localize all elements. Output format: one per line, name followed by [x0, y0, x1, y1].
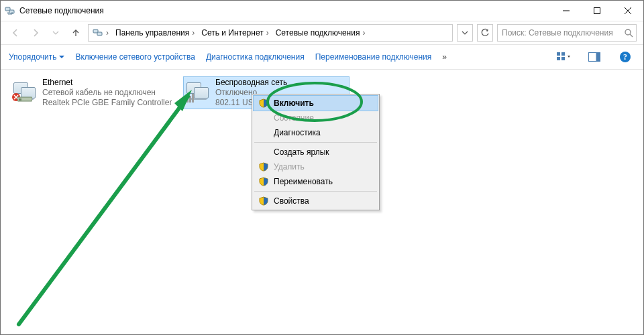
- arrow-up-icon: [70, 27, 81, 38]
- shield-icon: [259, 196, 268, 206]
- organize-label: Упорядочить: [9, 52, 56, 62]
- back-button[interactable]: [7, 25, 23, 41]
- organize-menu[interactable]: Упорядочить: [9, 52, 64, 62]
- context-menu-label: Создать ярлык: [274, 147, 329, 157]
- connection-item-ethernet[interactable]: Ethernet Сетевой кабель не подключен Rea…: [10, 76, 176, 109]
- svg-rect-8: [557, 57, 560, 60]
- help-icon: ?: [619, 51, 631, 63]
- close-icon: [625, 7, 631, 14]
- chevron-right-icon: ›: [192, 28, 195, 38]
- context-menu-item-diagnose[interactable]: Диагностика: [254, 125, 378, 140]
- network-connections-icon: [93, 27, 103, 38]
- context-menu-label: Переименовать: [274, 177, 333, 186]
- context-menu-label: Диагностика: [274, 128, 321, 137]
- context-menu-item-rename[interactable]: Переименовать: [254, 174, 378, 189]
- breadcrumb-label: Сеть и Интернет: [201, 28, 263, 38]
- svg-rect-11: [596, 53, 600, 62]
- titlebar: Сетевые подключения: [1, 1, 643, 21]
- maximize-icon: [594, 7, 600, 14]
- view-thumbnails-icon: [557, 52, 570, 62]
- search-input[interactable]: [500, 27, 624, 38]
- breadcrumb[interactable]: Сетевые подключения ›: [273, 25, 368, 41]
- search-box[interactable]: [497, 24, 637, 42]
- context-menu-label: Удалить: [274, 162, 305, 172]
- context-menu-label: Состояние: [274, 113, 314, 123]
- context-menu-label: Включить: [274, 98, 314, 108]
- context-menu-label: Свойства: [274, 196, 309, 206]
- address-bar[interactable]: › Панель управления › Сеть и Интернет › …: [88, 24, 453, 42]
- context-menu: Включить Состояние Диагностика Создать я…: [252, 94, 380, 210]
- context-menu-item-status: Состояние: [254, 111, 378, 125]
- svg-rect-6: [557, 52, 560, 56]
- close-button[interactable]: [612, 1, 643, 21]
- connection-name: Ethernet: [42, 78, 172, 88]
- svg-rect-2: [594, 8, 600, 14]
- wireless-icon: [184, 78, 211, 105]
- breadcrumb[interactable]: Сеть и Интернет ›: [199, 25, 271, 41]
- breadcrumb-root[interactable]: ›: [90, 25, 111, 41]
- recent-button[interactable]: [48, 25, 64, 41]
- enable-device-command[interactable]: Включение сетевого устройства: [75, 52, 195, 62]
- caret-down-icon: [59, 54, 64, 60]
- context-menu-item-create-shortcut[interactable]: Создать ярлык: [254, 145, 378, 159]
- arrow-right-icon: [30, 27, 41, 38]
- context-menu-separator: [254, 191, 377, 192]
- context-menu-item-delete: Удалить: [254, 159, 378, 174]
- chevron-down-icon: [462, 29, 468, 36]
- shield-icon: [259, 162, 268, 172]
- ethernet-icon: [11, 78, 38, 105]
- enable-device-label: Включение сетевого устройства: [75, 52, 195, 62]
- svg-rect-9: [561, 57, 565, 60]
- connection-status: Сетевой кабель не подключен: [42, 88, 172, 98]
- window-controls: [551, 1, 643, 21]
- rename-command[interactable]: Переименование подключения: [315, 52, 432, 62]
- preview-pane-icon: [588, 52, 600, 62]
- minimize-button[interactable]: [551, 1, 582, 21]
- rename-label: Переименование подключения: [315, 52, 432, 62]
- breadcrumb-label: Панель управления: [115, 28, 189, 38]
- connection-name: Беспроводная сеть: [215, 78, 287, 88]
- context-menu-item-enable[interactable]: Включить: [253, 95, 378, 111]
- breadcrumb-label: Сетевые подключения: [276, 28, 360, 38]
- window-title: Сетевые подключения: [19, 6, 104, 15]
- chevron-down-icon: [52, 29, 59, 36]
- view-options-button[interactable]: [553, 50, 574, 64]
- up-button[interactable]: [68, 25, 84, 41]
- chevron-right-icon: ›: [266, 28, 269, 38]
- content-area[interactable]: Ethernet Сетевой кабель не подключен Rea…: [1, 70, 643, 335]
- help-button[interactable]: ?: [615, 50, 635, 64]
- more-commands[interactable]: »: [442, 52, 447, 62]
- nic-icon: [17, 96, 32, 103]
- connection-adapter: Realtek PCIe GBE Family Controller: [42, 98, 172, 108]
- command-bar: Упорядочить Включение сетевого устройств…: [1, 44, 643, 70]
- breadcrumb[interactable]: Панель управления ›: [113, 25, 197, 41]
- svg-rect-7: [561, 52, 565, 56]
- refresh-button[interactable]: [477, 24, 493, 42]
- arrow-left-icon: [10, 27, 21, 38]
- diagnose-label: Диагностика подключения: [206, 52, 305, 62]
- window: Сетевые подключения: [0, 0, 644, 335]
- nav-row: › Панель управления › Сеть и Интернет › …: [1, 21, 643, 44]
- forward-button[interactable]: [28, 25, 44, 41]
- svg-line-18: [19, 96, 188, 324]
- preview-pane-button[interactable]: [584, 50, 604, 64]
- minimize-icon: [563, 7, 570, 14]
- maximize-button[interactable]: [582, 1, 612, 21]
- network-connections-icon: [5, 5, 15, 16]
- chevron-right-icon: ›: [106, 28, 109, 38]
- context-menu-item-properties[interactable]: Свойства: [254, 194, 378, 208]
- diagnose-command[interactable]: Диагностика подключения: [206, 52, 305, 62]
- svg-text:?: ?: [623, 52, 627, 62]
- shield-icon: [259, 177, 268, 186]
- search-icon: [624, 28, 633, 38]
- refresh-icon: [480, 28, 490, 38]
- svg-point-5: [625, 29, 631, 35]
- signal-bars-icon: [184, 93, 196, 103]
- chevron-right-icon: ›: [362, 28, 365, 38]
- shield-icon: [259, 98, 268, 108]
- svg-rect-4: [97, 32, 102, 36]
- context-menu-separator: [254, 142, 377, 143]
- svg-rect-16: [19, 98, 21, 100]
- address-dropdown-button[interactable]: [457, 24, 473, 42]
